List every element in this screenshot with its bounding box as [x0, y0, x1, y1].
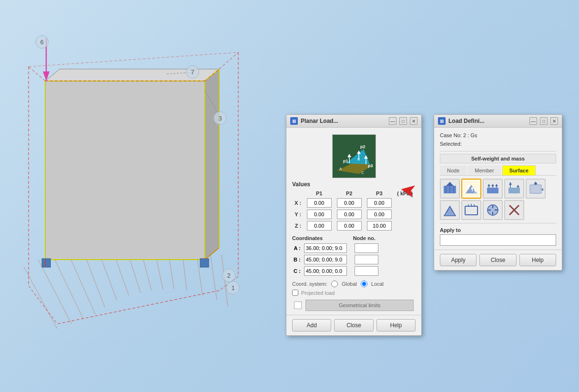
loaddef-titlebar: ▦ Load Defini... — □ ✕	[434, 115, 562, 128]
svg-marker-82	[534, 181, 538, 184]
load-type-tabs: Node Member Surface	[440, 165, 556, 176]
tab-node[interactable]: Node	[440, 165, 467, 175]
coord-a-input[interactable]	[304, 243, 347, 253]
svg-marker-74	[495, 184, 498, 186]
loaddef-close-btn[interactable]: Close	[479, 254, 516, 266]
tab-member[interactable]: Member	[467, 165, 501, 175]
scene-label-1: 1	[226, 281, 240, 294]
load-icon-3[interactable]	[483, 179, 503, 199]
planar-help-btn[interactable]: Help	[376, 319, 416, 332]
load-icon-7[interactable]	[461, 200, 481, 220]
svg-line-29	[219, 52, 238, 69]
loaddef-icon: ▦	[438, 117, 446, 125]
coord-system-row: Coord. system: Global Local	[292, 281, 416, 287]
svg-marker-85	[444, 206, 456, 216]
y-p1-input[interactable]	[307, 210, 332, 219]
geometrical-limits-btn[interactable]: Geometrical limits	[305, 300, 414, 311]
svg-line-26	[29, 67, 45, 81]
apply-to-label: Apply to	[440, 227, 556, 233]
x-p2-input[interactable]	[337, 198, 362, 208]
svg-text:C: C	[361, 171, 364, 175]
x-p3-input[interactable]	[367, 198, 392, 208]
node-c-input[interactable]	[355, 266, 378, 276]
loaddef-apply-btn[interactable]: Apply	[440, 254, 477, 266]
svg-text:p1: p1	[343, 159, 348, 163]
load-icon-1[interactable]	[440, 179, 460, 199]
planar-preview-container: p1 p2 p3 A B C	[292, 134, 416, 178]
coords-col: Coordinates A : B : C :	[292, 235, 348, 277]
y-p3-input[interactable]	[367, 210, 392, 219]
load-icon-9[interactable]	[504, 200, 524, 220]
load-icon-2[interactable]	[461, 179, 481, 199]
planar-preview-canvas: p1 p2 p3 A B C	[332, 134, 376, 178]
svg-rect-22	[42, 259, 51, 267]
loaddef-body: Case No: 2 : Gs Selected: Self-weight an…	[434, 128, 562, 250]
svg-rect-89	[465, 206, 477, 215]
svg-marker-72	[491, 184, 494, 186]
coord-c-input[interactable]	[304, 266, 347, 276]
svg-marker-63	[467, 185, 470, 187]
geometrical-limits-row: Geometrical limits	[292, 300, 416, 311]
loaddef-close-btn[interactable]: ✕	[550, 117, 558, 125]
values-table: P1 P2 P3 ( kPa ) X : Y :	[292, 190, 416, 231]
z-p2-input[interactable]	[337, 221, 362, 231]
case-no-text: Case No: 2 : Gs	[440, 131, 556, 140]
svg-rect-23	[200, 259, 209, 267]
local-radio[interactable]	[361, 281, 367, 287]
svg-text:A: A	[339, 167, 342, 171]
z-p1-input[interactable]	[307, 221, 332, 231]
loaddef-footer: Apply Close Help	[434, 250, 562, 270]
values-section: Values P1 P2 P3 ( kPa ) X :	[292, 181, 416, 231]
planar-close-btn[interactable]: Close	[334, 319, 373, 332]
svg-marker-84	[542, 188, 543, 191]
planar-minimize-btn[interactable]: —	[389, 117, 396, 125]
svg-marker-79	[517, 185, 519, 187]
load-icon-8[interactable]	[483, 200, 503, 220]
load-icon-5[interactable]	[526, 179, 546, 199]
svg-marker-77	[509, 182, 512, 185]
planar-dialog-icon: ▦	[290, 117, 298, 125]
scene-label-6: 6	[35, 35, 49, 49]
svg-line-13	[210, 249, 217, 300]
planar-load-dialog: ▦ Planar Load... — □ ✕ p1 p2	[286, 114, 422, 336]
node-no-col: Node no.	[353, 235, 380, 277]
load-definition-dialog: ▦ Load Defini... — □ ✕ Case No: 2 : Gs S…	[434, 114, 562, 271]
load-icon-6[interactable]	[440, 200, 460, 220]
svg-text:p2: p2	[360, 144, 366, 149]
planar-close-btn[interactable]: ✕	[410, 117, 417, 125]
load-icon-4[interactable]	[504, 179, 524, 199]
node-a-input[interactable]	[355, 243, 378, 253]
projected-load-row: Projected load	[292, 290, 416, 296]
svg-line-0	[24, 267, 57, 329]
global-radio[interactable]	[331, 281, 338, 287]
z-p3-input[interactable]	[367, 221, 392, 231]
loaddef-help-btn[interactable]: Help	[519, 254, 556, 266]
load-type-icon-grid	[440, 179, 556, 220]
loaddef-restore-btn[interactable]: □	[540, 117, 548, 125]
geom-checkbox[interactable]	[294, 302, 302, 309]
svg-rect-75	[508, 188, 520, 193]
svg-marker-70	[488, 184, 490, 186]
svg-line-32	[57, 291, 219, 324]
projected-load-checkbox[interactable]	[292, 290, 298, 296]
scene-label-2: 2	[222, 269, 235, 282]
planar-restore-btn[interactable]: □	[399, 117, 407, 125]
planar-dialog-footer: Add Close Help	[286, 315, 421, 335]
loaddef-minimize-btn[interactable]: —	[529, 117, 537, 125]
apply-to-input[interactable]	[440, 234, 556, 246]
coord-b-input[interactable]	[304, 255, 347, 264]
y-p2-input[interactable]	[337, 210, 362, 219]
x-p1-input[interactable]	[307, 198, 332, 208]
planar-dialog-titlebar: ▦ Planar Load... — □ ✕	[286, 115, 421, 128]
svg-marker-16	[205, 69, 219, 260]
tab-surface[interactable]: Surface	[502, 165, 536, 175]
self-weight-bar: Self-weight and mass	[440, 154, 556, 163]
svg-rect-68	[487, 188, 498, 193]
planar-dialog-title: Planar Load...	[301, 118, 386, 124]
scene-label-7: 7	[186, 65, 199, 79]
node-b-input[interactable]	[355, 255, 378, 264]
loaddef-title: Load Defini...	[448, 118, 527, 124]
svg-line-1	[38, 260, 71, 324]
scene-label-3: 3	[213, 111, 227, 125]
planar-add-btn[interactable]: Add	[292, 319, 331, 332]
